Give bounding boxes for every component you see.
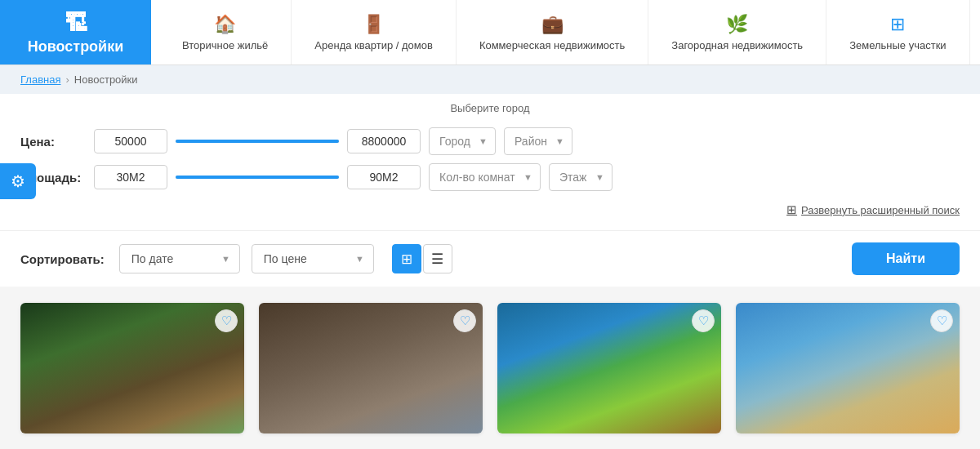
leaf-icon: 🌿 [726,14,748,35]
sort-price-select[interactable]: По цене По цене (возр.) [252,244,374,273]
area-filter-row: Площадь: Кол-во комнат Этаж [20,163,960,191]
sidebar-widget[interactable]: ⚙ [0,163,36,199]
nav-country-label: Загородная недвижимость [671,39,803,51]
door-icon: 🚪 [363,14,385,35]
logo-icon: 🏗 [65,10,87,37]
sort-label: Сортировать: [20,252,105,266]
sort-price-wrap: По цене По цене (возр.) [252,244,374,273]
rooms-select[interactable]: Кол-во комнат [429,163,541,191]
favorite-button[interactable]: ♡ [692,309,715,332]
sort-bar: Сортировать: По дате По дате (возр.) По … [0,230,980,287]
nav-commercial-label: Коммерческая недвижимость [479,39,625,51]
logo-label: Новостройки [28,38,124,56]
property-image: ♡ [497,303,721,433]
district-select-wrap: Район [504,127,572,155]
favorite-button[interactable]: ♡ [453,309,476,332]
price-max-input[interactable] [347,129,421,153]
view-toggle: ⊞ ☰ [392,244,452,273]
filter-section: Цена: Город Район Площадь: [0,118,980,230]
rooms-select-wrap: Кол-во комнат [429,163,541,191]
price-filter-row: Цена: Город Район [20,127,960,155]
city-select-wrap: Город [429,127,496,155]
price-min-input[interactable] [94,129,167,153]
nav-items: 🏠 Вторичное жильё 🚪 Аренда квартир / дом… [151,0,980,64]
nav-rent-label: Аренда квартир / домов [314,39,433,51]
area-range [176,167,339,187]
floor-select-wrap: Этаж [549,163,612,191]
nav-logo[interactable]: 🏗 Новостройки [0,0,151,64]
breadcrumb-current: Новостройки [74,73,138,86]
floor-select[interactable]: Этаж [549,163,612,191]
list-view-button[interactable]: ☰ [423,244,452,273]
property-image: ♡ [20,303,244,433]
nav-secondary-label: Вторичное жильё [182,39,268,51]
expand-search-label: Развернуть расширенный поиск [801,204,960,216]
nav-land[interactable]: ⊞ Земельные участки [826,0,969,64]
nav-land-label: Земельные участки [849,39,946,51]
favorite-button[interactable]: ♡ [215,309,238,332]
nav-rent[interactable]: 🚪 Аренда квартир / домов [292,0,457,64]
grid-icon: ⊞ [890,14,905,35]
price-range-fill [176,140,339,143]
settings-icon: ⚙ [11,171,25,191]
property-card[interactable]: ♡ [497,303,721,433]
sort-date-wrap: По дате По дате (возр.) [119,244,240,273]
breadcrumb: Главная › Новостройки [0,65,980,94]
city-bar-label: Выберите город [450,102,529,114]
search-button[interactable]: Найти [852,242,960,275]
grid-view-button[interactable]: ⊞ [392,244,421,273]
expand-icon: ⊞ [786,202,797,217]
expand-search-link[interactable]: ⊞ Развернуть расширенный поиск [786,202,960,217]
price-range [176,131,339,151]
area-range-fill [176,176,339,179]
property-card[interactable]: ♡ [259,303,483,433]
home-icon: 🏠 [214,14,236,35]
nav-secondary[interactable]: 🏠 Вторичное жильё [159,0,292,64]
price-range-track [176,140,339,143]
district-select[interactable]: Район [504,127,572,155]
area-range-track [176,176,339,179]
nav-commercial[interactable]: 💼 Коммерческая недвижимость [457,0,648,64]
breadcrumb-separator: › [65,73,69,86]
property-card[interactable]: ♡ [20,303,244,433]
property-image: ♡ [736,303,960,433]
nav-country[interactable]: 🌿 Загородная недвижимость [648,0,826,64]
price-label: Цена: [20,135,86,149]
main-nav: 🏗 Новостройки 🏠 Вторичное жильё 🚪 Аренда… [0,0,980,65]
city-bar: Выберите город [0,94,980,118]
area-min-input[interactable] [94,165,167,189]
favorite-button[interactable]: ♡ [930,309,953,332]
area-max-input[interactable] [347,165,421,189]
briefcase-icon: 💼 [541,14,564,35]
property-image: ♡ [259,303,483,433]
property-grid: ♡ ♡ ♡ ♡ [0,287,980,449]
expand-row: ⊞ Развернуть расширенный поиск [20,199,960,219]
sort-date-select[interactable]: По дате По дате (возр.) [119,244,240,273]
city-select[interactable]: Город [429,127,496,155]
property-card[interactable]: ♡ [736,303,960,433]
breadcrumb-home[interactable]: Главная [20,73,60,86]
